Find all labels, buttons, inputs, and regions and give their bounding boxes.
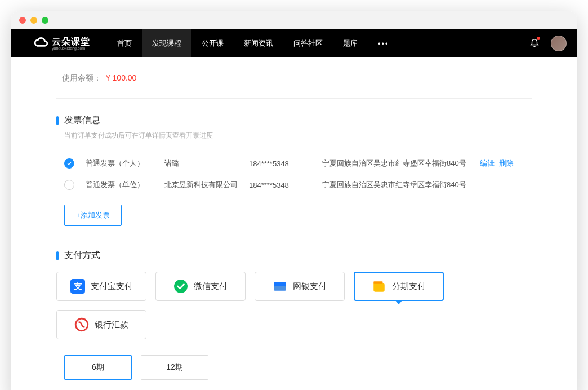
- payment-method-card[interactable]: 银行汇款: [56, 310, 146, 339]
- payment-method-label: 网银支付: [293, 281, 327, 292]
- invoice-list: 普通发票（个人） 诸璐 184****5348 宁夏回族自治区吴忠市红寺堡区幸福…: [56, 153, 532, 196]
- cloud-logo-icon: [34, 36, 48, 51]
- navbar: 云朵课堂 yunduoketang.com 首页发现课程公开课新闻资讯问答社区题…: [11, 29, 577, 57]
- notifications-button[interactable]: [529, 37, 540, 50]
- nav-item[interactable]: 公开课: [191, 29, 234, 57]
- invoice-type: 普通发票（个人）: [86, 158, 153, 169]
- maximize-window-button[interactable]: [42, 17, 48, 24]
- add-invoice-button[interactable]: +添加发票: [64, 205, 122, 226]
- payment-method-card[interactable]: 支支付宝支付: [56, 272, 146, 301]
- payment-section-title: 支付方式: [56, 250, 532, 262]
- invoice-type: 普通发票（单位）: [86, 180, 153, 190]
- svg-rect-4: [274, 286, 286, 291]
- payment-methods: 支支付宝支付微信支付网银支付分期支付银行汇款: [56, 272, 532, 339]
- installment-option[interactable]: 12期: [141, 355, 208, 380]
- payment-method-label: 微信支付: [194, 281, 228, 292]
- nav-item[interactable]: 问答社区: [283, 29, 333, 57]
- nav-item[interactable]: 新闻资讯: [234, 29, 283, 57]
- close-window-button[interactable]: [19, 17, 26, 24]
- invoice-hint: 当前订单支付成功后可在订单详情页查看开票进度: [56, 131, 532, 140]
- logo-subtext: yunduoketang.com: [52, 46, 90, 50]
- nav-more-icon[interactable]: •••: [368, 39, 399, 48]
- logo-text: 云朵课堂: [52, 37, 90, 46]
- delete-invoice-link[interactable]: 删除: [499, 159, 514, 167]
- svg-rect-5: [373, 281, 382, 283]
- invoice-phone: 184****5348: [249, 159, 311, 168]
- wechat-icon: [173, 279, 188, 294]
- user-avatar[interactable]: [551, 36, 567, 51]
- divider: [56, 98, 532, 99]
- invoice-actions: 编辑删除: [480, 158, 518, 169]
- invoice-section-title: 发票信息: [56, 114, 532, 126]
- installment-option[interactable]: 6期: [64, 355, 132, 380]
- alipay-icon: 支: [70, 279, 85, 294]
- invoice-address: 宁夏回族自治区吴忠市红寺堡区幸福街840号: [322, 180, 469, 190]
- app-window: 云朵课堂 yunduoketang.com 首页发现课程公开课新闻资讯问答社区题…: [11, 11, 577, 390]
- payment-method-card[interactable]: 分期支付: [354, 272, 444, 301]
- invoice-address: 宁夏回族自治区吴忠市红寺堡区幸福街840号: [322, 158, 469, 169]
- nav-item[interactable]: 发现课程: [142, 29, 191, 57]
- balance-label: 使用余额：: [62, 73, 101, 82]
- invoice-radio[interactable]: [64, 158, 74, 169]
- nav-item[interactable]: 首页: [107, 29, 142, 57]
- invoice-name: 北京昱新科技有限公司: [164, 180, 238, 190]
- balance-amount: ¥ 100.00: [106, 73, 137, 82]
- bank-icon: [74, 317, 89, 332]
- payment-method-label: 分期支付: [392, 281, 426, 292]
- payment-method-card[interactable]: 网银支付: [255, 272, 345, 301]
- invoice-phone: 184****5348: [249, 181, 311, 189]
- content: 使用余额： ¥ 100.00 发票信息 当前订单支付成功后可在订单详情页查看开票…: [11, 57, 577, 390]
- payment-method-card[interactable]: 微信支付: [155, 272, 246, 301]
- installment-options: 6期12期: [56, 355, 532, 380]
- invoice-row: 普通发票（单位） 北京昱新科技有限公司 184****5348 宁夏回族自治区吴…: [56, 174, 532, 196]
- notification-badge: [537, 37, 540, 40]
- titlebar: [11, 11, 577, 29]
- invoice-radio[interactable]: [64, 180, 74, 190]
- edit-invoice-link[interactable]: 编辑: [480, 159, 495, 167]
- nav-items: 首页发现课程公开课新闻资讯问答社区题库: [107, 29, 368, 57]
- logo[interactable]: 云朵课堂 yunduoketang.com: [34, 36, 90, 51]
- invoice-name: 诸璐: [164, 158, 238, 169]
- payment-method-label: 银行汇款: [95, 320, 128, 330]
- invoice-row: 普通发票（个人） 诸璐 184****5348 宁夏回族自治区吴忠市红寺堡区幸福…: [56, 153, 532, 174]
- svg-text:支: 支: [73, 281, 82, 291]
- balance-row: 使用余额： ¥ 100.00: [56, 57, 532, 94]
- installment-icon: [372, 279, 386, 294]
- minimize-window-button[interactable]: [30, 17, 37, 24]
- payment-method-label: 支付宝支付: [91, 281, 133, 292]
- unionpay-icon: [273, 279, 287, 294]
- svg-point-2: [174, 280, 188, 293]
- nav-item[interactable]: 题库: [333, 29, 368, 57]
